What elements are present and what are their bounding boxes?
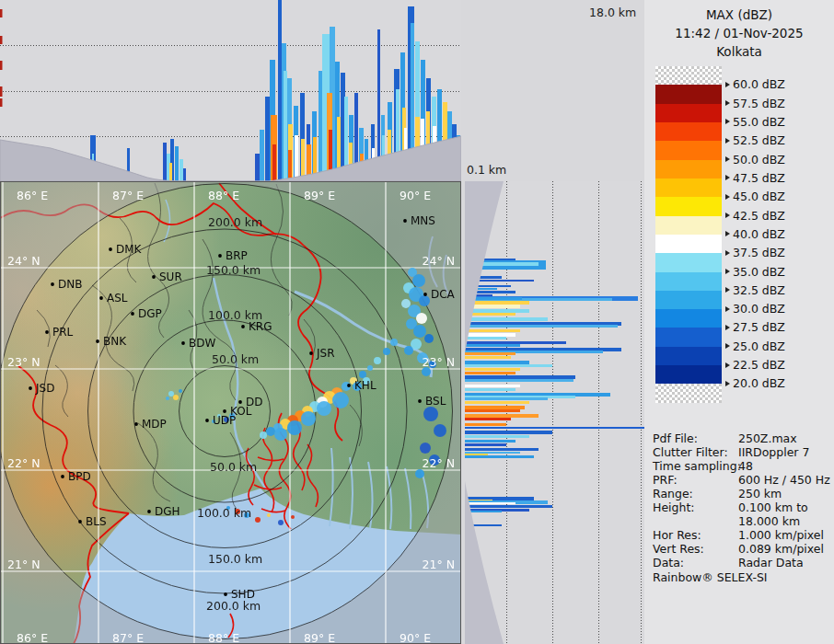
echo-blob: [423, 407, 438, 421]
product-datetime: 11:42 / 01-Nov-2025: [644, 26, 834, 40]
profile-bar: [183, 168, 186, 181]
metadata-label: Hor Res:: [653, 528, 701, 542]
city-label: JSR: [316, 347, 335, 360]
range-ring-label: 100.0 km: [197, 506, 251, 520]
color-scale-label: 37.5 dBZ: [733, 246, 785, 259]
radar-display-window: 18.0 km 0.1 km: [0, 0, 834, 644]
longitude-label: 86° E: [17, 189, 48, 202]
profile-bar: [284, 71, 287, 181]
echo-blob: [291, 515, 295, 519]
echo-blob: [420, 443, 431, 454]
city-dot: [99, 296, 103, 300]
profile-bar: [175, 146, 179, 181]
color-scale-label: 45.0 dBZ: [733, 190, 785, 203]
echo-blob: [383, 348, 390, 355]
color-scale-cell: [655, 235, 722, 254]
color-scale-label: 52.5 dBZ: [733, 133, 785, 147]
color-scale-cell: [655, 253, 722, 272]
profile-bar: [465, 454, 488, 455]
echo-blob: [359, 371, 366, 378]
profile-bar: [465, 325, 618, 328]
latitude-label: 22° N: [7, 456, 40, 470]
profile-bar: [180, 159, 183, 181]
color-scale-label: 22.5 dBZ: [733, 358, 785, 372]
city-label: ASL: [107, 292, 128, 305]
latitude-label: 21° N: [423, 558, 455, 571]
metadata-row: Vert Res:0.089 km/pixel: [644, 542, 834, 556]
scale-tick-arrow-icon: [725, 306, 730, 312]
city-dot: [29, 386, 32, 390]
profile-bar: [465, 361, 529, 364]
color-scale-cell: [655, 309, 722, 328]
echo-blob: [166, 397, 169, 400]
profile-bar: [288, 150, 292, 181]
profile-bar: [465, 337, 506, 339]
profile-bar: [260, 130, 264, 181]
echo-blob: [278, 520, 284, 525]
latitude-label: 23° N: [7, 355, 40, 369]
city-label: UDP: [213, 414, 236, 427]
city-dot: [224, 592, 227, 596]
city-label: BRP: [226, 249, 248, 262]
profile-bar: [465, 317, 548, 321]
metadata-value: 0.100 km to: [738, 500, 808, 514]
city-label: DMK: [116, 243, 143, 256]
echo-blob: [173, 395, 179, 400]
color-scale-label: 35.0 dBZ: [733, 265, 785, 279]
color-scale-label: 60.0 dBZ: [733, 77, 785, 91]
color-scale-cell: [655, 365, 722, 385]
color-scale-cell: [655, 66, 722, 86]
echo-blob: [266, 427, 275, 436]
range-ring-label: 150.0 km: [208, 552, 262, 566]
city-dot: [45, 330, 49, 334]
metadata-row: Pdf File:250Z.max: [644, 431, 834, 445]
echo-blob: [260, 431, 267, 439]
echo-blob: [255, 517, 261, 523]
city-label: BDW: [189, 337, 215, 350]
metadata-value: 0.089 km/pixel: [738, 542, 824, 556]
echo-blob: [390, 339, 398, 346]
profile-bar: [465, 344, 520, 347]
color-scale-cell: [655, 216, 722, 236]
color-scale-cell: [655, 197, 722, 216]
city-dot: [51, 282, 54, 286]
city-dot: [403, 219, 407, 223]
metadata-value: 1.000 km/pixel: [738, 528, 824, 542]
color-scale-label: 42.5 dBZ: [733, 209, 785, 223]
echo-blob: [332, 392, 349, 408]
latitude-label: 24° N: [423, 254, 455, 268]
city-dot: [152, 275, 156, 279]
city-label: BNK: [103, 335, 127, 348]
color-scale-label: 57.5 dBZ: [733, 97, 785, 110]
scale-tick-arrow-icon: [725, 175, 730, 180]
city-label: KHL: [354, 379, 376, 392]
metadata-row: Hor Res:1.000 km/pixel: [644, 528, 834, 542]
scale-tick-arrow-icon: [725, 213, 730, 218]
profile-bar: [465, 333, 515, 337]
profile-bar: [465, 431, 552, 434]
city-dot: [61, 475, 64, 478]
echo-blob: [168, 391, 174, 397]
city-label: DGH: [155, 505, 180, 518]
profile-bar: [465, 356, 511, 359]
color-scale-label: 20.0 dBZ: [733, 376, 785, 390]
profile-bar: [255, 154, 260, 181]
profile-bar: [465, 385, 520, 387]
color-scale-cell: [655, 104, 722, 123]
longitude-label: 88° E: [208, 189, 239, 202]
city-label: BPD: [68, 470, 91, 483]
latitude-label: 24° N: [7, 254, 40, 268]
longitude-label: 87° E: [112, 631, 144, 644]
profile-bar: [465, 329, 520, 332]
right-height-profile-panel: [462, 181, 644, 644]
color-scale-label: 40.0 dBZ: [733, 227, 785, 241]
profile-bar: [465, 406, 525, 409]
profile-bar: [465, 379, 573, 382]
profile-bar: [465, 423, 506, 426]
echo-blob: [412, 274, 425, 287]
city-dot: [223, 409, 226, 413]
profile-bar: [465, 443, 506, 446]
software-credit: Rainbow® SELEX-SI: [653, 570, 768, 584]
city-label: MNS: [411, 214, 435, 227]
echo-blob: [416, 313, 427, 324]
